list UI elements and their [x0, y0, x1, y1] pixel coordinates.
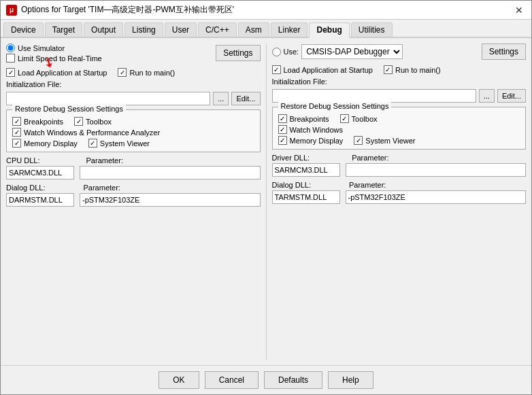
two-column-layout: Use Simulator Limit Speed to Real-Time S…	[6, 44, 526, 360]
right-breakpoints-cb[interactable]: Breakpoints	[278, 114, 329, 123]
defaults-button[interactable]: Defaults	[264, 371, 322, 389]
load-app-checkbox[interactable]	[6, 68, 15, 77]
left-dialog-dll-inputs	[6, 193, 261, 207]
driver-param-input[interactable]	[346, 163, 527, 177]
left-cpu-dll-inputs	[6, 166, 261, 179]
tab-output[interactable]: Output	[84, 22, 123, 37]
right-run-to-main-cb[interactable]: Run to main()	[384, 65, 441, 74]
ok-button[interactable]: OK	[159, 371, 199, 389]
left-restore-section: Restore Debug Session Settings Breakpoin…	[6, 109, 261, 152]
right-cb-row2: Watch Windows	[278, 125, 520, 134]
right-init-file-row: ... Edit...	[272, 89, 527, 103]
left-radio-group: Use Simulator Limit Speed to Real-Time	[6, 44, 102, 63]
right-restore-title: Restore Debug Session Settings	[278, 102, 392, 110]
right-cb-row1: Breakpoints Toolbox	[278, 114, 520, 123]
right-settings-button[interactable]: Settings	[482, 44, 526, 60]
left-watch-windows-cb[interactable]: Watch Windows & Performance Analyzer	[12, 128, 160, 137]
left-init-input[interactable]	[6, 92, 210, 105]
right-column: Use: CMSIS-DAP Debugger Settings Load Ap…	[272, 44, 527, 360]
right-browse-button[interactable]: ...	[479, 89, 495, 103]
right-load-app-cb[interactable]: Load Application at Startup	[272, 65, 373, 74]
cpu-dll-label: CPU DLL:	[6, 156, 40, 165]
cancel-button[interactable]: Cancel	[205, 371, 259, 389]
right-edit-button[interactable]: Edit...	[497, 89, 526, 103]
tab-user[interactable]: User	[165, 22, 197, 37]
tab-asm[interactable]: Asm	[238, 22, 269, 37]
left-dialog-param-label: Parameter:	[83, 184, 120, 192]
left-load-row: Load Application at Startup Run to main(…	[6, 68, 261, 77]
right-system-viewer-cb[interactable]: System Viewer	[354, 136, 415, 145]
left-radio-settings: Use Simulator Limit Speed to Real-Time S…	[6, 44, 261, 63]
right-dialog-dll-label: Dialog DLL:	[272, 181, 311, 189]
column-divider	[266, 44, 267, 360]
right-dialog-dll-inputs	[272, 190, 527, 204]
left-cpu-dll-labels: CPU DLL: Parameter:	[6, 156, 261, 165]
right-driver-dll-section: Driver DLL: Parameter:	[272, 154, 527, 177]
help-button[interactable]: Help	[328, 371, 373, 389]
left-load-section: Load Application at Startup Run to main(…	[6, 68, 261, 105]
left-breakpoints-cb[interactable]: Breakpoints	[12, 117, 63, 126]
left-dialog-dll-input[interactable]	[6, 193, 74, 207]
run-to-main-checkbox[interactable]	[118, 68, 127, 77]
driver-param-label: Parameter:	[352, 154, 388, 162]
title-bar: μ Options for Target 'TIM—高级定时器-PWM互补输出带…	[1, 1, 531, 20]
right-use-row: Use: CMSIS-DAP Debugger	[272, 44, 403, 59]
driver-dll-input[interactable]	[272, 163, 340, 177]
left-system-viewer-cb[interactable]: System Viewer	[88, 139, 150, 148]
right-restore-section: Restore Debug Session Settings Breakpoin…	[272, 107, 527, 150]
left-cpu-dll-section: CPU DLL: Parameter:	[6, 156, 261, 179]
left-cb-row2: Watch Windows & Performance Analyzer	[12, 128, 254, 137]
left-edit-button[interactable]: Edit...	[231, 92, 260, 105]
title-bar-left: μ Options for Target 'TIM—高级定时器-PWM互补输出带…	[6, 4, 234, 16]
tab-bar: Device Target Output Listing User C/C++ …	[1, 20, 531, 38]
left-memory-display-cb[interactable]: Memory Display	[12, 139, 78, 148]
left-init-label: Initialization File:	[6, 80, 261, 89]
left-toolbox-cb[interactable]: Toolbox	[74, 117, 112, 126]
run-to-main-label: Run to main()	[129, 69, 175, 77]
close-button[interactable]: ✕	[512, 3, 526, 17]
left-dialog-dll-labels: Dialog DLL: Parameter:	[6, 184, 261, 192]
app-icon: μ	[6, 5, 17, 16]
tab-listing[interactable]: Listing	[124, 22, 163, 37]
left-load-app-cb[interactable]: Load Application at Startup	[6, 68, 107, 77]
main-content: Use Simulator Limit Speed to Real-Time S…	[1, 38, 531, 365]
right-restore-content: Breakpoints Toolbox Watch Windows	[278, 114, 520, 145]
right-cb-row3: Memory Display System Viewer	[278, 136, 520, 145]
left-dialog-param-input[interactable]	[80, 193, 261, 207]
right-dialog-dll-input[interactable]	[272, 190, 340, 204]
tab-target[interactable]: Target	[45, 22, 82, 37]
right-load-section: Load Application at Startup Run to main(…	[272, 65, 527, 103]
debugger-select[interactable]: CMSIS-DAP Debugger	[301, 44, 403, 59]
right-dialog-param-input[interactable]	[346, 190, 527, 204]
limit-speed-cb[interactable]	[6, 54, 15, 63]
right-load-row: Load Application at Startup Run to main(…	[272, 65, 527, 74]
left-restore-title: Restore Debug Session Settings	[12, 105, 126, 113]
tab-cpp[interactable]: C/C++	[198, 22, 237, 37]
tab-debug[interactable]: Debug	[309, 22, 349, 38]
limit-speed-label: Limit Speed to Real-Time	[18, 54, 102, 63]
left-dialog-dll-section: Dialog DLL: Parameter:	[6, 184, 261, 207]
right-use-radio[interactable]	[272, 48, 281, 56]
use-simulator-radio[interactable]: Use Simulator	[6, 44, 102, 52]
left-restore-content: Breakpoints Toolbox Watch Windows & Perf…	[12, 117, 254, 148]
right-watch-windows-cb[interactable]: Watch Windows	[278, 125, 343, 134]
left-dialog-dll-label: Dialog DLL:	[6, 184, 45, 192]
right-memory-display-cb[interactable]: Memory Display	[278, 136, 344, 145]
right-dialog-dll-labels: Dialog DLL: Parameter:	[272, 181, 527, 189]
cpu-param-input[interactable]	[80, 166, 261, 179]
use-simulator-label: Use Simulator	[18, 44, 65, 52]
limit-speed-checkbox[interactable]: Limit Speed to Real-Time	[6, 54, 102, 63]
cpu-dll-input[interactable]	[6, 166, 74, 179]
left-run-to-main-cb[interactable]: Run to main()	[118, 68, 175, 77]
window-title: Options for Target 'TIM—高级定时器-PWM互补输出带死区…	[21, 4, 234, 16]
right-init-input[interactable]	[272, 89, 476, 103]
left-settings-button[interactable]: Settings	[216, 45, 260, 61]
bottom-bar: OK Cancel Defaults Help	[1, 365, 531, 394]
right-driver-dll-labels: Driver DLL: Parameter:	[272, 154, 527, 162]
tab-linker[interactable]: Linker	[271, 22, 308, 37]
tab-utilities[interactable]: Utilities	[351, 22, 393, 37]
right-toolbox-cb[interactable]: Toolbox	[340, 114, 378, 123]
tab-device[interactable]: Device	[3, 22, 44, 37]
left-browse-button[interactable]: ...	[213, 92, 229, 105]
left-cb-row3: Memory Display System Viewer	[12, 139, 254, 148]
